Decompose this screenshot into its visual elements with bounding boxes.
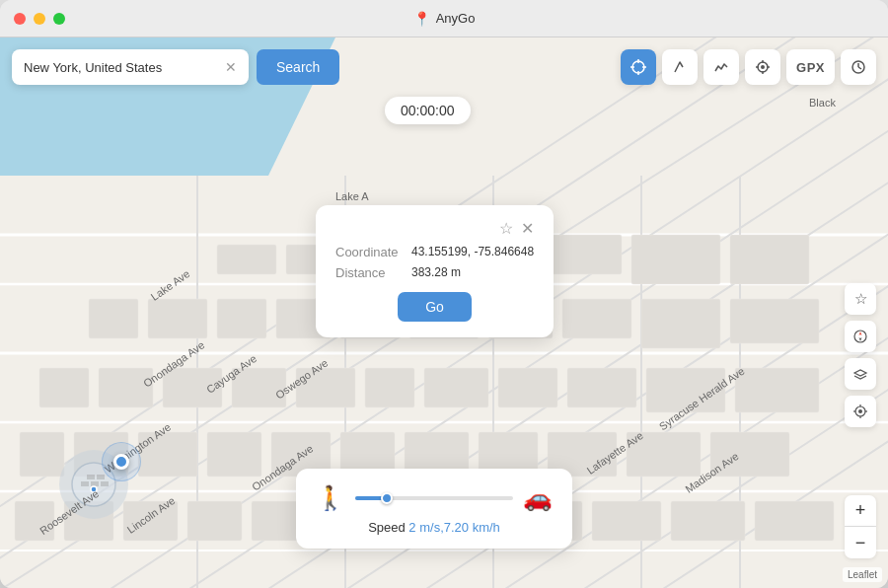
- app-window: 📍 AnyGo: [0, 0, 888, 588]
- speed-controls-row: 🚶 🚗: [316, 484, 553, 512]
- leaflet-attribution: Leaflet: [843, 567, 882, 582]
- right-compass-button[interactable]: [845, 321, 876, 352]
- distance-row: Distance 383.28 m: [335, 265, 534, 280]
- svg-rect-51: [20, 432, 64, 477]
- svg-line-87: [858, 67, 861, 69]
- search-box[interactable]: ✕: [12, 49, 249, 85]
- coordinate-popup: ☆ ✕ Coordinate 43.155199, -75.846648 Dis…: [316, 205, 554, 337]
- svg-rect-48: [567, 368, 636, 407]
- close-button[interactable]: [14, 13, 26, 25]
- svg-rect-40: [39, 368, 89, 407]
- coordinate-label: Coordinate: [335, 245, 400, 259]
- svg-rect-28: [631, 235, 720, 284]
- titlebar: 📍 AnyGo: [0, 0, 888, 37]
- svg-rect-93: [81, 481, 89, 486]
- zoom-out-button[interactable]: −: [845, 527, 876, 558]
- svg-rect-92: [97, 475, 105, 479]
- go-button[interactable]: Go: [398, 292, 472, 322]
- popup-header: ☆ ✕: [335, 221, 534, 237]
- svg-rect-72: [671, 501, 745, 541]
- speed-value: 2 m/s,7.20 km/h: [408, 520, 499, 535]
- svg-rect-27: [543, 235, 622, 274]
- svg-rect-65: [187, 501, 242, 541]
- speed-slider-thumb: [381, 492, 393, 504]
- svg-rect-32: [217, 299, 266, 338]
- speed-panel: 🚶 🚗 Speed 2 m/s,7.20 km/h: [296, 469, 572, 549]
- svg-rect-71: [592, 501, 661, 541]
- street-label-lake-a: Lake A: [335, 190, 369, 202]
- car-icon: 🚗: [523, 484, 553, 512]
- location-dot: [113, 454, 129, 470]
- svg-rect-95: [101, 481, 109, 486]
- history-button[interactable]: [841, 49, 876, 85]
- svg-rect-41: [99, 368, 153, 407]
- svg-rect-47: [498, 368, 557, 407]
- timer-display: 00:00:00: [385, 97, 471, 124]
- distance-label: Distance: [335, 265, 400, 280]
- svg-rect-46: [424, 368, 488, 407]
- app-title: AnyGo: [436, 11, 476, 26]
- svg-rect-31: [148, 299, 207, 338]
- right-tools: ☆: [845, 283, 876, 427]
- svg-rect-50: [735, 368, 819, 412]
- svg-point-99: [858, 409, 862, 413]
- street-label-black: Black: [809, 97, 836, 109]
- minimize-button[interactable]: [34, 13, 45, 25]
- map-area[interactable]: Lake Ave Lake A Madison Onondaga Ave Cay…: [0, 37, 888, 588]
- search-input[interactable]: [24, 60, 225, 75]
- toolbar-right: GPX: [621, 49, 876, 85]
- svg-rect-54: [207, 432, 261, 477]
- svg-rect-30: [89, 299, 138, 338]
- clear-icon[interactable]: ✕: [225, 59, 237, 75]
- app-title-container: 📍 AnyGo: [413, 11, 476, 27]
- gpx-button[interactable]: GPX: [786, 49, 835, 85]
- popup-close-button[interactable]: ✕: [521, 221, 534, 237]
- multi-spot-button[interactable]: [703, 49, 739, 85]
- svg-rect-39: [730, 299, 819, 343]
- single-spot-button[interactable]: [662, 49, 698, 85]
- zoom-controls: + −: [845, 495, 876, 558]
- joystick-button[interactable]: [745, 49, 780, 85]
- right-star-button[interactable]: ☆: [845, 283, 876, 315]
- svg-rect-94: [91, 481, 99, 486]
- svg-rect-38: [641, 299, 720, 348]
- svg-point-80: [761, 65, 765, 69]
- svg-rect-45: [365, 368, 414, 407]
- svg-rect-22: [217, 245, 276, 274]
- svg-rect-91: [87, 475, 95, 479]
- crosshair-tool-button[interactable]: [621, 49, 656, 85]
- svg-rect-37: [562, 299, 631, 338]
- pin-icon: 📍: [413, 11, 430, 27]
- toolbar: ✕ Search: [12, 49, 876, 85]
- svg-rect-73: [755, 501, 834, 541]
- zoom-in-button[interactable]: +: [845, 495, 876, 527]
- speed-label: Speed 2 m/s,7.20 km/h: [316, 520, 553, 535]
- search-button[interactable]: Search: [257, 49, 339, 85]
- speed-slider[interactable]: [355, 496, 513, 500]
- right-target-button[interactable]: [845, 396, 876, 427]
- walk-icon: 🚶: [316, 484, 345, 512]
- window-controls: [14, 13, 65, 25]
- maximize-button[interactable]: [53, 13, 65, 25]
- svg-rect-29: [730, 235, 809, 284]
- distance-value: 383.28 m: [411, 265, 461, 280]
- right-layers-button[interactable]: [845, 358, 876, 390]
- speed-prefix: Speed: [368, 520, 406, 535]
- coordinate-value: 43.155199, -75.846648: [411, 245, 534, 259]
- coordinate-row: Coordinate 43.155199, -75.846648: [335, 245, 534, 259]
- popup-star-button[interactable]: ☆: [499, 221, 513, 237]
